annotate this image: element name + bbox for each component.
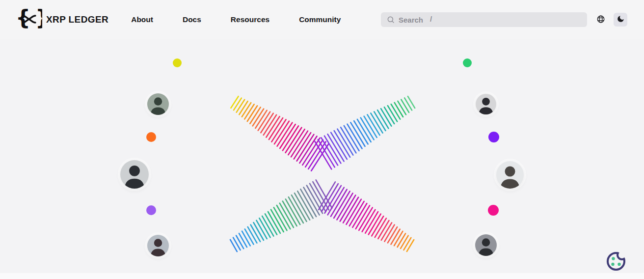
moon-icon	[617, 15, 625, 25]
xrpl-home-logo-link[interactable]: { } XRP LEDGER	[16, 7, 108, 32]
top-navbar: { } XRP LEDGER About Docs Resources Comm…	[0, 0, 644, 39]
avatar-woman-beanie	[476, 94, 496, 114]
cookie-icon	[605, 266, 627, 273]
avatar-man-hoodie	[475, 234, 497, 256]
brand-title: XRP LEDGER	[46, 14, 108, 25]
dark-mode-toggle-button[interactable]	[614, 13, 627, 27]
page-root: { } XRP LEDGER About Docs Resources Comm…	[0, 0, 644, 279]
cookie-settings-button[interactable]	[605, 250, 627, 272]
svg-text:}: }	[35, 7, 42, 30]
language-button[interactable]	[595, 14, 607, 26]
nav-item-about[interactable]: About	[131, 15, 153, 24]
yellow-dot	[173, 58, 182, 67]
xrpl-x-line-art	[0, 39, 644, 273]
main-nav: About Docs Resources Community	[131, 15, 341, 24]
search-input[interactable]	[381, 12, 587, 27]
search-bar: /	[381, 12, 587, 27]
green-dot	[463, 58, 472, 67]
nav-item-docs[interactable]: Docs	[183, 15, 201, 24]
orange-dot	[146, 132, 156, 142]
avatar-woman-blonde	[120, 160, 149, 189]
avatar-woman-laptop	[147, 235, 169, 256]
purple-dot-right	[488, 132, 499, 142]
avatar-man-glasses	[496, 161, 524, 189]
violet-dot-left	[146, 205, 156, 215]
xrpl-braces-x-logo-icon: { }	[16, 7, 42, 32]
nav-item-resources[interactable]: Resources	[231, 15, 269, 24]
next-section-edge	[0, 273, 644, 279]
avatar-man-cap	[147, 93, 169, 115]
pink-dot	[488, 205, 499, 216]
nav-item-community[interactable]: Community	[299, 15, 341, 24]
globe-icon	[596, 15, 605, 25]
hero-section	[0, 39, 644, 273]
